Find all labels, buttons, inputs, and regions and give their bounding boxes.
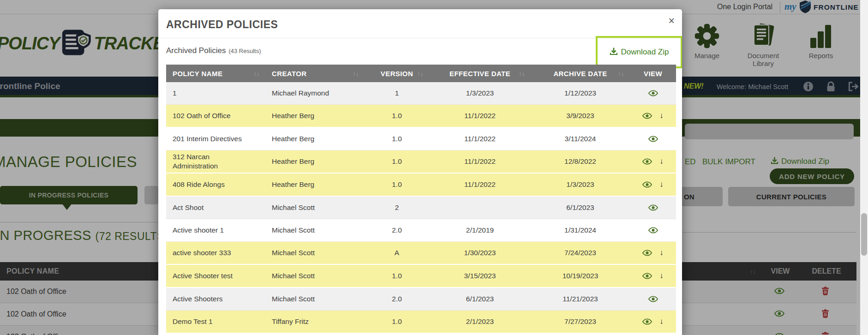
- archived-policies-modal: ARCHIVED POLICIES × Archived Policies (4…: [158, 9, 682, 335]
- creator-cell: Michael Scott: [265, 271, 365, 281]
- table-row: 201 Interim Directives Heather Berg 1.0 …: [166, 128, 676, 150]
- policy-name-cell: Act Shoot: [166, 203, 265, 212]
- policy-name-cell: Demo Test 1: [166, 317, 265, 326]
- view-eye-icon[interactable]: [642, 181, 652, 188]
- scrollbar-track[interactable]: [860, 0, 868, 335]
- policy-name-text: 1: [173, 89, 177, 98]
- sort-icon[interactable]: ↑↓: [417, 70, 424, 77]
- col-policy-name: POLICY NAME ↑↓: [166, 65, 265, 82]
- archive-date-cell: 1/12/2023: [531, 89, 630, 98]
- download-arrow-icon[interactable]: ↓: [659, 271, 664, 281]
- col-label: EFFECTIVE DATE: [449, 70, 510, 78]
- policy-name-cell: 201 Interim Directives: [166, 134, 265, 144]
- scrollbar-thumb[interactable]: [861, 213, 867, 256]
- version-cell: 2.0: [365, 294, 429, 304]
- view-eye-icon[interactable]: [642, 250, 652, 256]
- table-row: 1 Michael Raymond 1 1/3/2023 1/12/2023: [166, 82, 676, 105]
- download-arrow-icon[interactable]: ↓: [659, 157, 664, 166]
- policy-name-cell: 408 Ride Alongs: [166, 180, 265, 189]
- modal-download-zip-link[interactable]: Download Zip: [610, 47, 669, 58]
- close-icon[interactable]: ×: [669, 16, 675, 26]
- sort-icon[interactable]: ↑↓: [618, 70, 624, 77]
- effective-date-cell: 1/3/2023: [429, 89, 531, 98]
- policy-name-text: 102 Oath of Office: [173, 111, 231, 120]
- policy-name-text: Demo Test 1: [173, 317, 213, 326]
- col-archive-date: ARCHIVE DATE ↑↓: [531, 65, 630, 82]
- modal-subtitle-count: (43 Results): [228, 48, 261, 54]
- sort-icon[interactable]: ↑↓: [519, 70, 525, 77]
- view-eye-icon[interactable]: [642, 273, 652, 279]
- modal-subtitle: Archived Policies (43 Results): [166, 46, 261, 55]
- col-creator: CREATOR ↑↓: [265, 65, 365, 82]
- version-cell: 2.0: [365, 226, 429, 235]
- modal-table-rows: 1 Michael Raymond 1 1/3/2023 1/12/2023: [166, 82, 676, 334]
- sort-icon[interactable]: ↑↓: [353, 70, 359, 77]
- policy-name-cell: active shooter 333: [166, 248, 265, 257]
- creator-cell: Michael Scott: [265, 203, 365, 212]
- archive-date-cell: 12/8/2022: [531, 157, 630, 166]
- download-arrow-icon[interactable]: ↓: [659, 111, 664, 120]
- table-row: 408 Ride Alongs Heather Berg 1.0 11/1/20…: [166, 173, 676, 197]
- policy-name-cell: 312 Narcan Administration: [166, 152, 265, 171]
- version-cell: 1.0: [365, 180, 429, 189]
- creator-cell: Heather Berg: [265, 157, 365, 166]
- download-arrow-icon[interactable]: ↓: [659, 317, 664, 326]
- creator-cell: Heather Berg: [265, 111, 365, 120]
- col-view: VIEW: [630, 65, 676, 82]
- download-icon: [610, 47, 618, 58]
- creator-cell: Heather Berg: [265, 180, 365, 189]
- creator-cell: Michael Scott: [265, 226, 365, 235]
- view-cell: [630, 204, 676, 211]
- effective-date-cell: 1/30/2023: [429, 248, 531, 257]
- policy-name-text: Act Shoot: [173, 203, 204, 212]
- policy-name-text: 201 Interim Directives: [173, 134, 242, 144]
- policy-name-text: 312 Narcan Administration: [173, 152, 251, 171]
- creator-cell: Michael Scott: [265, 294, 365, 304]
- col-label: POLICY NAME: [173, 70, 222, 78]
- col-label: ARCHIVE DATE: [553, 70, 607, 78]
- view-eye-icon[interactable]: [648, 296, 658, 302]
- view-cell: ↓: [630, 271, 676, 281]
- policy-name-cell: Active shooter 1: [166, 226, 265, 235]
- view-eye-icon[interactable]: [642, 158, 652, 165]
- policy-name-text: Active Shooters: [173, 294, 223, 304]
- archive-date-cell: 10/19/2023: [531, 271, 630, 281]
- view-cell: [630, 90, 676, 96]
- table-row: active shooter 333 Michael Scott A 1/30/…: [166, 242, 676, 265]
- policy-name-cell: 1: [166, 89, 265, 98]
- view-cell: ↓: [630, 111, 676, 120]
- effective-date-cell: 11/1/2022: [429, 180, 531, 189]
- version-cell: 1.0: [365, 271, 429, 281]
- table-row: 102 Oath of Office Heather Berg 1.0 11/1…: [166, 105, 676, 128]
- col-effective-date: EFFECTIVE DATE ↑↓: [429, 65, 531, 82]
- effective-date-cell: 11/1/2022: [429, 134, 531, 144]
- policy-name-cell: 102 Oath of Office: [166, 111, 265, 120]
- download-arrow-icon[interactable]: ↓: [659, 248, 664, 257]
- table-row: Demo Test 1 Tiffany Fritz 1.0 2/1/2023 7…: [166, 311, 676, 334]
- view-eye-icon[interactable]: [648, 136, 658, 142]
- table-row: Active shooter 1 Michael Scott 2.0 2/1/2…: [166, 219, 676, 242]
- modal-title: ARCHIVED POLICIES: [166, 18, 278, 31]
- effective-date-cell: 3/15/2023: [429, 271, 531, 281]
- table-row: 312 Narcan Administration Heather Berg 1…: [166, 150, 676, 173]
- view-eye-icon[interactable]: [642, 318, 652, 325]
- download-arrow-icon[interactable]: ↓: [659, 180, 664, 189]
- creator-cell: Michael Raymond: [265, 89, 365, 98]
- archive-date-cell: 3/9/2023: [531, 111, 630, 120]
- sort-icon[interactable]: ↑↓: [253, 70, 260, 77]
- col-label: VIEW: [644, 70, 662, 78]
- archive-date-cell: 6/1/2023: [531, 203, 630, 212]
- view-eye-icon[interactable]: [648, 204, 658, 211]
- table-row: Active Shooter test Michael Scott 1.0 3/…: [166, 265, 676, 288]
- view-cell: ↓: [630, 317, 676, 326]
- view-eye-icon[interactable]: [642, 113, 652, 119]
- archive-date-cell: 11/21/2023: [531, 294, 630, 304]
- archive-date-cell: 7/24/2023: [531, 248, 630, 257]
- view-cell: [630, 227, 676, 233]
- version-cell: 1.0: [365, 134, 429, 144]
- version-cell: 1.0: [365, 111, 429, 120]
- view-eye-icon[interactable]: [648, 227, 658, 233]
- view-eye-icon[interactable]: [648, 90, 658, 96]
- modal-table-header: POLICY NAME ↑↓ CREATOR ↑↓ VERSION ↑↓ EFF…: [166, 65, 676, 82]
- archive-date-cell: 1/3/2023: [531, 180, 630, 189]
